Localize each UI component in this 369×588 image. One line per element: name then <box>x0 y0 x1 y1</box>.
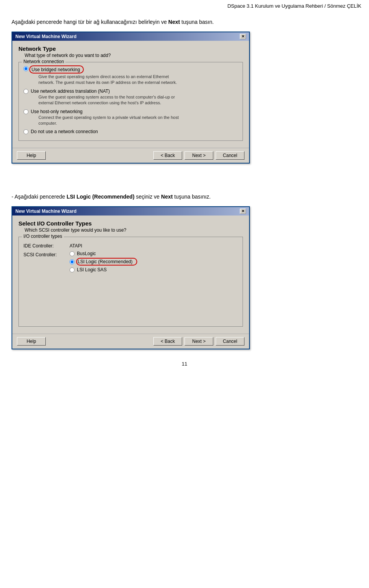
page-number: 11 <box>12 361 357 374</box>
option-host-only[interactable]: Use host-only networking Connect the gue… <box>23 109 238 127</box>
dialog1-footer-right: < Back Next > Cancel <box>153 151 244 160</box>
dialog2-cancel-btn[interactable]: Cancel <box>216 337 244 346</box>
dialog1-titlebar: New Virtual Machine Wizard ✕ <box>12 32 249 41</box>
dialog2-close-btn[interactable]: ✕ <box>240 209 246 214</box>
dialog1-cancel-btn[interactable]: Cancel <box>216 151 244 160</box>
dialog1-body: Network Type What type of network do you… <box>12 41 249 148</box>
radio-bridged[interactable] <box>23 66 28 71</box>
dialog1-back-btn[interactable]: < Back <box>153 151 182 160</box>
dialog2-footer: Help < Back Next > Cancel <box>12 334 249 349</box>
scsi-options: BusLogic LSI Logic (Recommended) <box>70 251 137 274</box>
dialog1-section-title: Network Type <box>18 45 243 52</box>
dialog2-footer-right: < Back Next > Cancel <box>153 337 244 346</box>
radio-no-network[interactable] <box>23 129 28 134</box>
buslogic-label: BusLogic <box>77 251 96 256</box>
scsi-label: SCSI Controller: <box>23 252 70 257</box>
network-type-dialog: New Virtual Machine Wizard ✕ Network Typ… <box>12 32 250 164</box>
dialog1-help-btn[interactable]: Help <box>17 151 46 160</box>
host-only-desc: Connect the guest operating system to a … <box>31 115 179 127</box>
dialog1-title: New Virtual Machine Wizard <box>15 34 76 39</box>
dialog1-close-btn[interactable]: ✕ <box>240 34 246 39</box>
network-connection-group: Network connection Use bridged networkin… <box>18 62 243 141</box>
dialog2-section-subtitle: Which SCSI controller type would you lik… <box>18 227 243 233</box>
radio-lsilogic[interactable] <box>70 259 75 264</box>
radio-nat[interactable] <box>23 89 28 94</box>
io-table: IDE Controller: ATAPI SCSI Controller: B… <box>23 243 238 274</box>
page-header: DSpace 3.1 Kurulum ve Uygulama Rehberi /… <box>0 0 369 10</box>
ide-value: ATAPI <box>70 243 82 249</box>
dialog2-section-title: Select I/O Controller Types <box>18 220 243 227</box>
radio-host-only[interactable] <box>23 109 28 114</box>
dialog2-body: Select I/O Controller Types Which SCSI c… <box>12 215 249 334</box>
ide-label: IDE Controller: <box>23 243 70 249</box>
option-nat[interactable]: Use network address translation (NAT) Gi… <box>23 88 238 106</box>
bridged-highlight: Use bridged networking <box>29 65 84 74</box>
scsi-row: SCSI Controller: BusLogic L <box>23 251 238 274</box>
scsi-lsilogic-sas[interactable]: LSI Logic SAS <box>70 267 137 272</box>
io-group-label: I/O controller types <box>22 234 64 239</box>
scsi-buslogic[interactable]: BusLogic <box>70 251 137 256</box>
section1-intro: Aşağıdaki pencerede hangi tür bir ağ kul… <box>12 18 357 26</box>
group-spacer <box>23 276 238 322</box>
page-content: Aşağıdaki pencerede hangi tür bir ağ kul… <box>0 10 369 382</box>
dialog1-next-btn[interactable]: Next > <box>184 151 213 160</box>
io-controller-group: I/O controller types IDE Controller: ATA… <box>18 237 243 327</box>
lsilogic-label: LSI Logic (Recommended) <box>78 259 133 264</box>
section2-intro: - Aşağıdaki pencerede LSI Logic (Recomme… <box>12 193 357 201</box>
bridged-desc: Give the guest operating system direct a… <box>31 74 177 86</box>
io-controller-dialog: New Virtual Machine Wizard ✕ Select I/O … <box>12 206 250 349</box>
dialog2-help-btn[interactable]: Help <box>17 337 46 346</box>
group-label: Network connection <box>22 59 65 64</box>
option-no-network[interactable]: Do not use a network connection <box>23 129 238 134</box>
radio-buslogic[interactable] <box>70 251 75 256</box>
nat-desc: Give the guest operating system access t… <box>31 94 175 106</box>
option-bridged[interactable]: Use bridged networking Give the guest op… <box>23 65 238 86</box>
dialog1-footer: Help < Back Next > Cancel <box>12 148 249 163</box>
dialog2-back-btn[interactable]: < Back <box>153 337 182 346</box>
header-title: DSpace 3.1 Kurulum ve Uygulama Rehberi /… <box>228 3 361 9</box>
dialog1-section-subtitle: What type of network do you want to add? <box>18 53 243 58</box>
ide-row: IDE Controller: ATAPI <box>23 243 238 249</box>
dialog2-next-btn[interactable]: Next > <box>184 337 213 346</box>
dialog2-titlebar: New Virtual Machine Wizard ✕ <box>12 207 249 215</box>
scsi-lsilogic[interactable]: LSI Logic (Recommended) <box>70 258 137 266</box>
dialog2-title: New Virtual Machine Wizard <box>15 209 76 214</box>
lsilogic-sas-label: LSI Logic SAS <box>77 267 106 272</box>
lsi-highlight: LSI Logic (Recommended) <box>76 258 137 266</box>
spacer1 <box>12 175 357 187</box>
radio-lsilogic-sas[interactable] <box>70 267 75 272</box>
